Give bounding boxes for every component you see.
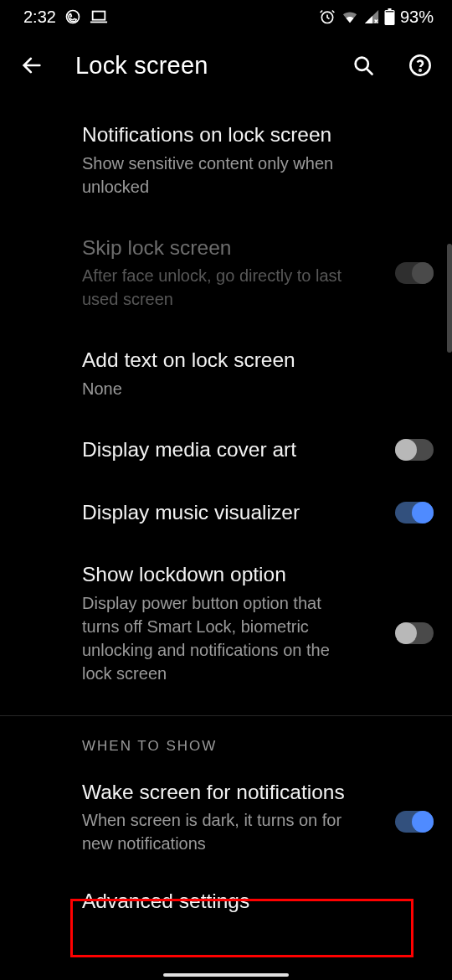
section-header-when-to-show: WHEN TO SHOW [0,716,452,761]
toggle-switch [395,262,434,284]
item-title: Skip lock screen [82,235,352,261]
setting-display-cover-art[interactable]: Display media cover art [0,419,452,482]
battery-percent: 93% [400,8,434,27]
help-icon [408,54,432,77]
item-title: Display media cover art [82,437,368,463]
alarm-icon [319,8,336,25]
arrow-left-icon [20,54,44,77]
svg-point-8 [419,70,420,70]
item-subtitle: Show sensitive content only when unlocke… [82,152,368,199]
svg-rect-5 [386,11,394,12]
page-title: Lock screen [75,52,320,80]
status-time: 2:32 [23,8,56,27]
toggle-switch[interactable] [395,811,434,833]
svg-rect-4 [388,8,391,11]
laptop-icon [90,8,108,25]
item-title: Advanced settings [82,889,368,915]
help-button[interactable] [403,49,437,82]
battery-icon [384,8,395,25]
app-header: Lock screen [0,34,452,97]
toggle-switch[interactable] [395,502,434,524]
whatsapp-icon [64,8,81,25]
item-title: Add text on lock screen [82,348,368,374]
item-title: Notifications on lock screen [82,122,368,148]
svg-rect-1 [93,12,105,20]
toggle-switch[interactable] [395,622,434,644]
search-icon [352,54,375,77]
svg-rect-3 [384,10,394,25]
item-title: Show lockdown option [82,562,343,588]
item-subtitle: When screen is dark, it turns on for new… [82,808,352,855]
setting-skip-lockscreen: Skip lock screen After face unlock, go d… [0,217,452,330]
item-subtitle: None [82,377,368,400]
back-button[interactable] [15,49,49,82]
status-left: 2:32 [23,8,108,27]
setting-advanced[interactable]: Advanced settings [0,874,452,933]
item-subtitle: After face unlock, go directly to last u… [82,264,352,311]
item-subtitle: Display power button option that turns o… [82,591,343,685]
setting-show-lockdown[interactable]: Show lockdown option Display power butto… [0,544,452,704]
wifi-icon [341,9,359,24]
nav-handle[interactable] [163,973,289,977]
item-title: Display music visualizer [82,500,368,526]
settings-list[interactable]: Notifications on lock screen Show sensit… [0,97,452,980]
setting-display-visualizer[interactable]: Display music visualizer [0,482,452,544]
status-bar: 2:32 93% [0,0,452,34]
setting-notifications-lockscreen[interactable]: Notifications on lock screen Show sensit… [0,97,452,217]
toggle-switch[interactable] [395,439,434,461]
setting-add-text[interactable]: Add text on lock screen None [0,329,452,419]
setting-wake-screen[interactable]: Wake screen for notifications When scree… [0,761,452,874]
signal-icon [364,9,379,24]
item-title: Wake screen for notifications [82,780,352,806]
status-right: 93% [319,8,434,27]
search-button[interactable] [347,49,380,82]
